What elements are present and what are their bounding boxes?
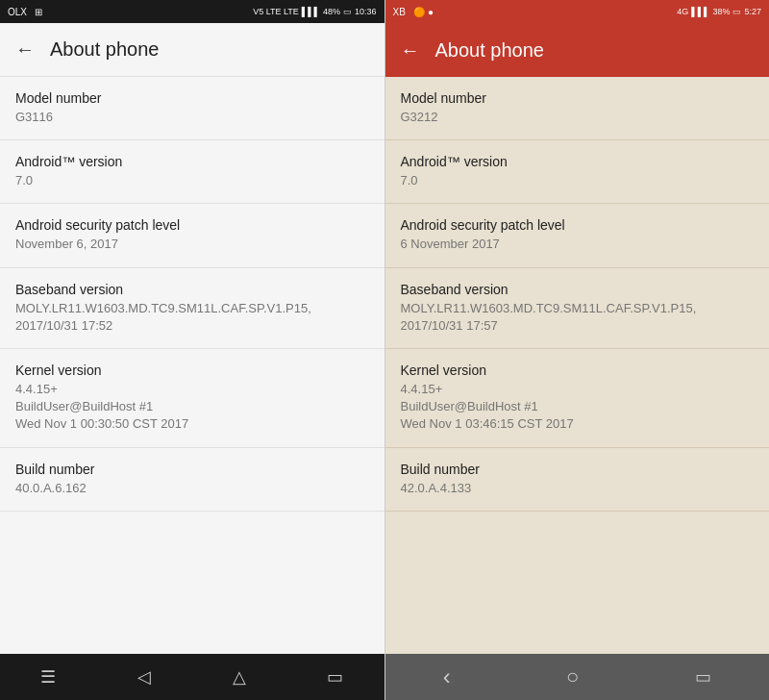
left-status-left-icons: OLX ⊞ [8, 7, 42, 17]
right-back-button[interactable]: ← [401, 39, 420, 62]
left-menu-button[interactable]: ☰ [40, 666, 56, 688]
right-signal-icon: ▌▌▌ [691, 7, 709, 16]
right-status-right-icons: 4G ▌▌▌ 38% ▭ 5:27 [677, 7, 761, 16]
left-content: Model number G3116 Android™ version 7.0 … [0, 77, 384, 654]
left-label-android: Android™ version [15, 154, 369, 169]
left-battery-icon: ▭ [343, 7, 352, 16]
left-label-build: Build number [15, 462, 369, 477]
right-value-security: 6 November 2017 [401, 236, 755, 253]
right-network-icon: 4G [677, 7, 688, 16]
right-recents-button[interactable]: ▭ [695, 666, 711, 688]
left-status-bar: OLX ⊞ V5 LTE LTE ▌▌▌ 48% ▭ 10:36 [0, 0, 384, 23]
right-label-model: Model number [401, 90, 755, 106]
left-value-baseband: MOLY.LR11.W1603.MD.TC9.SM11L.CAF.SP.V1.P… [15, 300, 369, 335]
right-battery-icon: ▭ [732, 7, 741, 16]
right-row-build: Build number 42.0.A.4.133 [385, 448, 770, 512]
left-row-build: Build number 40.0.A.6.162 [0, 448, 384, 512]
right-content: Model number G3212 Android™ version 7.0 … [385, 77, 770, 654]
right-label-kernel: Kernel version [401, 362, 755, 378]
left-back-nav-button[interactable]: ◁ [137, 666, 151, 688]
right-phone-panel: XB 🟠 ● 4G ▌▌▌ 38% ▭ 5:27 ← About phone M… [385, 0, 770, 700]
left-battery-text: 48% [323, 7, 340, 16]
right-back-nav-button[interactable]: ‹ [443, 663, 451, 690]
left-value-security: November 6, 2017 [15, 236, 369, 253]
left-value-build: 40.0.A.6.162 [15, 480, 369, 497]
right-label-security: Android security patch level [401, 217, 755, 233]
left-time: 10:36 [355, 7, 377, 16]
left-row-android: Android™ version 7.0 [0, 140, 384, 204]
left-phone-panel: OLX ⊞ V5 LTE LTE ▌▌▌ 48% ▭ 10:36 ← About… [0, 0, 385, 700]
left-label-kernel: Kernel version [15, 362, 369, 378]
right-row-android: Android™ version 7.0 [385, 140, 770, 204]
right-label-android: Android™ version [401, 154, 755, 169]
left-value-android: 7.0 [15, 172, 369, 189]
right-row-model: Model number G3212 [385, 77, 770, 140]
right-home-button[interactable]: ○ [566, 664, 579, 689]
left-row-kernel: Kernel version 4.4.15+ BuildUser@BuildHo… [0, 349, 384, 448]
left-status-apps: OLX ⊞ [8, 7, 42, 17]
left-row-baseband: Baseband version MOLY.LR11.W1603.MD.TC9.… [0, 268, 384, 349]
left-label-baseband: Baseband version [15, 282, 369, 297]
left-status-right-icons: V5 LTE LTE ▌▌▌ 48% ▭ 10:36 [253, 7, 376, 16]
left-toolbar: ← About phone [0, 23, 384, 77]
right-row-baseband: Baseband version MOLY.LR11.W1603.MD.TC9.… [385, 268, 770, 349]
right-label-build: Build number [401, 462, 755, 477]
right-status-apps: XB 🟠 ● [393, 7, 434, 17]
left-page-title: About phone [50, 38, 159, 61]
right-row-security: Android security patch level 6 November … [385, 204, 770, 267]
right-value-build: 42.0.A.4.133 [401, 480, 755, 497]
right-status-bar: XB 🟠 ● 4G ▌▌▌ 38% ▭ 5:27 [385, 0, 770, 23]
left-label-model: Model number [15, 90, 369, 106]
left-nav-bar: ☰ ◁ △ ▭ [0, 654, 384, 700]
left-row-model: Model number G3116 [0, 77, 384, 140]
right-battery-text: 38% [712, 7, 730, 16]
left-value-model: G3116 [15, 109, 369, 126]
right-nav-bar: ‹ ○ ▭ [385, 654, 770, 700]
left-value-kernel: 4.4.15+ BuildUser@BuildHost #1 Wed Nov 1… [15, 381, 369, 434]
right-value-android: 7.0 [401, 172, 755, 189]
right-value-baseband: MOLY.LR11.W1603.MD.TC9.SM11L.CAF.SP.V1.P… [401, 300, 755, 335]
left-label-security: Android security patch level [15, 217, 369, 233]
right-label-baseband: Baseband version [401, 282, 755, 297]
left-signal-icon: ▌▌▌ [302, 7, 320, 16]
right-page-title: About phone [435, 39, 544, 62]
left-network-icon: V5 LTE LTE [253, 7, 299, 16]
right-status-left-icons: XB 🟠 ● [393, 7, 434, 17]
left-back-button[interactable]: ← [15, 38, 35, 61]
right-value-model: G3212 [401, 109, 755, 126]
right-time: 5:27 [744, 7, 761, 16]
left-recents-button[interactable]: ▭ [327, 666, 343, 688]
right-row-kernel: Kernel version 4.4.15+ BuildUser@BuildHo… [385, 349, 770, 448]
left-home-button[interactable]: △ [233, 666, 246, 688]
left-row-security: Android security patch level November 6,… [0, 204, 384, 267]
right-toolbar: ← About phone [385, 23, 770, 77]
right-value-kernel: 4.4.15+ BuildUser@BuildHost #1 Wed Nov 1… [401, 381, 755, 434]
